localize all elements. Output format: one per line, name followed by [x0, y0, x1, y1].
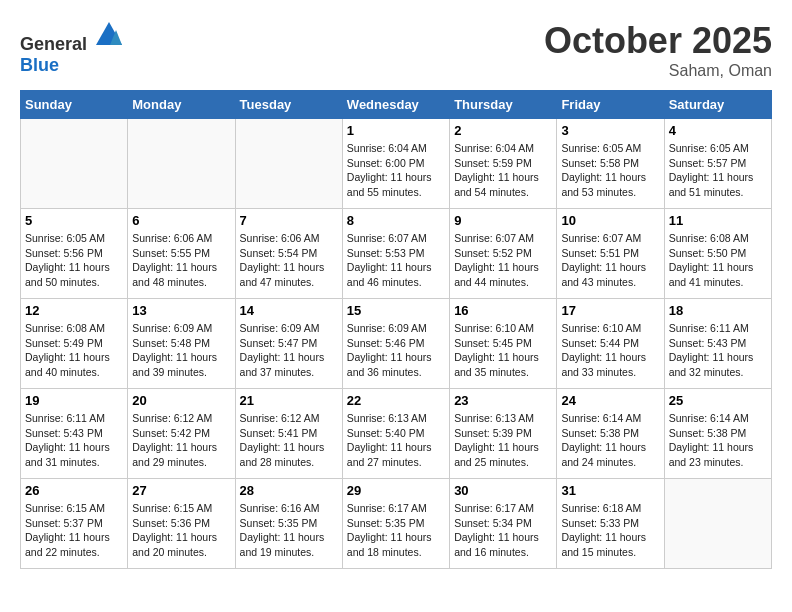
- cell-info: Sunrise: 6:10 AM Sunset: 5:44 PM Dayligh…: [561, 321, 659, 380]
- day-number: 3: [561, 123, 659, 138]
- cell-info: Sunrise: 6:07 AM Sunset: 5:51 PM Dayligh…: [561, 231, 659, 290]
- cell-info: Sunrise: 6:12 AM Sunset: 5:41 PM Dayligh…: [240, 411, 338, 470]
- col-saturday: Saturday: [664, 91, 771, 119]
- cell-info: Sunrise: 6:04 AM Sunset: 5:59 PM Dayligh…: [454, 141, 552, 200]
- day-number: 28: [240, 483, 338, 498]
- table-row: 10Sunrise: 6:07 AM Sunset: 5:51 PM Dayli…: [557, 209, 664, 299]
- calendar-week-row: 5Sunrise: 6:05 AM Sunset: 5:56 PM Daylig…: [21, 209, 772, 299]
- table-row: 20Sunrise: 6:12 AM Sunset: 5:42 PM Dayli…: [128, 389, 235, 479]
- day-number: 23: [454, 393, 552, 408]
- table-row: 23Sunrise: 6:13 AM Sunset: 5:39 PM Dayli…: [450, 389, 557, 479]
- table-row: 25Sunrise: 6:14 AM Sunset: 5:38 PM Dayli…: [664, 389, 771, 479]
- day-number: 1: [347, 123, 445, 138]
- table-row: 22Sunrise: 6:13 AM Sunset: 5:40 PM Dayli…: [342, 389, 449, 479]
- table-row: 24Sunrise: 6:14 AM Sunset: 5:38 PM Dayli…: [557, 389, 664, 479]
- calendar-week-row: 26Sunrise: 6:15 AM Sunset: 5:37 PM Dayli…: [21, 479, 772, 569]
- day-number: 20: [132, 393, 230, 408]
- table-row: 11Sunrise: 6:08 AM Sunset: 5:50 PM Dayli…: [664, 209, 771, 299]
- calendar: Sunday Monday Tuesday Wednesday Thursday…: [20, 90, 772, 569]
- day-number: 24: [561, 393, 659, 408]
- table-row: 12Sunrise: 6:08 AM Sunset: 5:49 PM Dayli…: [21, 299, 128, 389]
- day-number: 27: [132, 483, 230, 498]
- table-row: 9Sunrise: 6:07 AM Sunset: 5:52 PM Daylig…: [450, 209, 557, 299]
- logo-icon: [94, 20, 124, 50]
- table-row: 31Sunrise: 6:18 AM Sunset: 5:33 PM Dayli…: [557, 479, 664, 569]
- table-row: 17Sunrise: 6:10 AM Sunset: 5:44 PM Dayli…: [557, 299, 664, 389]
- table-row: 15Sunrise: 6:09 AM Sunset: 5:46 PM Dayli…: [342, 299, 449, 389]
- day-number: 25: [669, 393, 767, 408]
- cell-info: Sunrise: 6:09 AM Sunset: 5:46 PM Dayligh…: [347, 321, 445, 380]
- table-row: 18Sunrise: 6:11 AM Sunset: 5:43 PM Dayli…: [664, 299, 771, 389]
- table-row: 16Sunrise: 6:10 AM Sunset: 5:45 PM Dayli…: [450, 299, 557, 389]
- day-number: 29: [347, 483, 445, 498]
- cell-info: Sunrise: 6:17 AM Sunset: 5:34 PM Dayligh…: [454, 501, 552, 560]
- table-row: 30Sunrise: 6:17 AM Sunset: 5:34 PM Dayli…: [450, 479, 557, 569]
- table-row: 28Sunrise: 6:16 AM Sunset: 5:35 PM Dayli…: [235, 479, 342, 569]
- table-row: 13Sunrise: 6:09 AM Sunset: 5:48 PM Dayli…: [128, 299, 235, 389]
- col-friday: Friday: [557, 91, 664, 119]
- logo-text: General Blue: [20, 20, 124, 76]
- table-row: [664, 479, 771, 569]
- cell-info: Sunrise: 6:15 AM Sunset: 5:36 PM Dayligh…: [132, 501, 230, 560]
- page-header: General Blue October 2025 Saham, Oman: [20, 20, 772, 80]
- logo-blue: Blue: [20, 55, 59, 75]
- cell-info: Sunrise: 6:18 AM Sunset: 5:33 PM Dayligh…: [561, 501, 659, 560]
- cell-info: Sunrise: 6:13 AM Sunset: 5:39 PM Dayligh…: [454, 411, 552, 470]
- table-row: 7Sunrise: 6:06 AM Sunset: 5:54 PM Daylig…: [235, 209, 342, 299]
- table-row: 3Sunrise: 6:05 AM Sunset: 5:58 PM Daylig…: [557, 119, 664, 209]
- day-number: 17: [561, 303, 659, 318]
- cell-info: Sunrise: 6:14 AM Sunset: 5:38 PM Dayligh…: [669, 411, 767, 470]
- day-number: 22: [347, 393, 445, 408]
- cell-info: Sunrise: 6:05 AM Sunset: 5:58 PM Dayligh…: [561, 141, 659, 200]
- cell-info: Sunrise: 6:11 AM Sunset: 5:43 PM Dayligh…: [25, 411, 123, 470]
- table-row: 26Sunrise: 6:15 AM Sunset: 5:37 PM Dayli…: [21, 479, 128, 569]
- cell-info: Sunrise: 6:06 AM Sunset: 5:54 PM Dayligh…: [240, 231, 338, 290]
- cell-info: Sunrise: 6:09 AM Sunset: 5:47 PM Dayligh…: [240, 321, 338, 380]
- table-row: [21, 119, 128, 209]
- table-row: 6Sunrise: 6:06 AM Sunset: 5:55 PM Daylig…: [128, 209, 235, 299]
- calendar-week-row: 19Sunrise: 6:11 AM Sunset: 5:43 PM Dayli…: [21, 389, 772, 479]
- month-title: October 2025: [544, 20, 772, 62]
- table-row: 2Sunrise: 6:04 AM Sunset: 5:59 PM Daylig…: [450, 119, 557, 209]
- day-number: 30: [454, 483, 552, 498]
- day-number: 5: [25, 213, 123, 228]
- table-row: 5Sunrise: 6:05 AM Sunset: 5:56 PM Daylig…: [21, 209, 128, 299]
- table-row: [235, 119, 342, 209]
- cell-info: Sunrise: 6:05 AM Sunset: 5:57 PM Dayligh…: [669, 141, 767, 200]
- title-block: October 2025 Saham, Oman: [544, 20, 772, 80]
- day-number: 26: [25, 483, 123, 498]
- table-row: 14Sunrise: 6:09 AM Sunset: 5:47 PM Dayli…: [235, 299, 342, 389]
- day-number: 19: [25, 393, 123, 408]
- cell-info: Sunrise: 6:10 AM Sunset: 5:45 PM Dayligh…: [454, 321, 552, 380]
- day-number: 10: [561, 213, 659, 228]
- cell-info: Sunrise: 6:08 AM Sunset: 5:50 PM Dayligh…: [669, 231, 767, 290]
- logo-general: General: [20, 34, 87, 54]
- col-tuesday: Tuesday: [235, 91, 342, 119]
- cell-info: Sunrise: 6:04 AM Sunset: 6:00 PM Dayligh…: [347, 141, 445, 200]
- day-number: 9: [454, 213, 552, 228]
- cell-info: Sunrise: 6:07 AM Sunset: 5:52 PM Dayligh…: [454, 231, 552, 290]
- col-thursday: Thursday: [450, 91, 557, 119]
- calendar-week-row: 12Sunrise: 6:08 AM Sunset: 5:49 PM Dayli…: [21, 299, 772, 389]
- col-wednesday: Wednesday: [342, 91, 449, 119]
- cell-info: Sunrise: 6:16 AM Sunset: 5:35 PM Dayligh…: [240, 501, 338, 560]
- day-number: 13: [132, 303, 230, 318]
- day-number: 2: [454, 123, 552, 138]
- day-number: 21: [240, 393, 338, 408]
- day-number: 4: [669, 123, 767, 138]
- cell-info: Sunrise: 6:06 AM Sunset: 5:55 PM Dayligh…: [132, 231, 230, 290]
- table-row: 29Sunrise: 6:17 AM Sunset: 5:35 PM Dayli…: [342, 479, 449, 569]
- day-number: 12: [25, 303, 123, 318]
- calendar-header-row: Sunday Monday Tuesday Wednesday Thursday…: [21, 91, 772, 119]
- day-number: 15: [347, 303, 445, 318]
- cell-info: Sunrise: 6:17 AM Sunset: 5:35 PM Dayligh…: [347, 501, 445, 560]
- table-row: 8Sunrise: 6:07 AM Sunset: 5:53 PM Daylig…: [342, 209, 449, 299]
- table-row: 27Sunrise: 6:15 AM Sunset: 5:36 PM Dayli…: [128, 479, 235, 569]
- day-number: 11: [669, 213, 767, 228]
- cell-info: Sunrise: 6:15 AM Sunset: 5:37 PM Dayligh…: [25, 501, 123, 560]
- cell-info: Sunrise: 6:09 AM Sunset: 5:48 PM Dayligh…: [132, 321, 230, 380]
- calendar-week-row: 1Sunrise: 6:04 AM Sunset: 6:00 PM Daylig…: [21, 119, 772, 209]
- cell-info: Sunrise: 6:12 AM Sunset: 5:42 PM Dayligh…: [132, 411, 230, 470]
- logo: General Blue: [20, 20, 124, 76]
- table-row: 4Sunrise: 6:05 AM Sunset: 5:57 PM Daylig…: [664, 119, 771, 209]
